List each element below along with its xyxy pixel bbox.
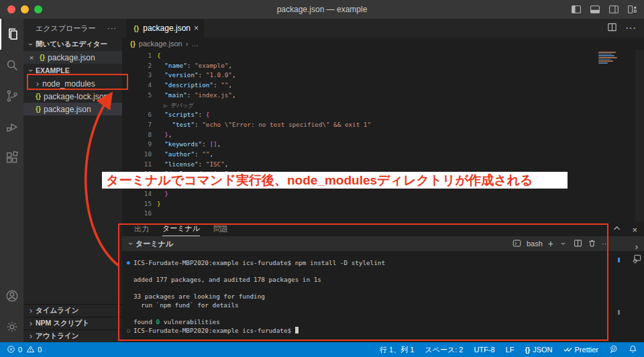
activity-bar <box>0 19 23 342</box>
code-line: "description": "", <box>157 81 371 91</box>
tree-item-package-lock.json[interactable]: {}package-lock.json <box>23 90 122 103</box>
toggle-secondary-sidebar-icon[interactable] <box>608 3 620 15</box>
line-number: 8 <box>122 130 152 140</box>
line-number: 16 <box>122 209 152 219</box>
terminal-line <box>123 268 644 276</box>
terminal-gutter <box>123 285 133 293</box>
sidebar-section-アウトライン[interactable]: ›アウトライン <box>23 329 122 342</box>
activity-source-control-icon[interactable] <box>0 81 23 111</box>
open-editors-section[interactable]: › 開いているエディター <box>23 38 122 51</box>
layout-controls <box>570 3 639 15</box>
line-number <box>122 101 152 111</box>
warning-icon <box>26 345 35 355</box>
debug-codelens[interactable]: ▷ デバッグ <box>157 101 371 111</box>
code-line: "author": "", <box>157 150 371 160</box>
tree-item-node_modules[interactable]: ›node_modules <box>23 77 122 90</box>
terminal-line: added 177 packages, and audited 178 pack… <box>123 276 644 285</box>
close-icon[interactable]: × <box>194 23 199 33</box>
problems-warnings[interactable]: 0 <box>26 345 42 355</box>
activity-settings-icon[interactable] <box>0 311 23 342</box>
code-line: } <box>157 189 371 199</box>
status-label: LF <box>506 346 515 354</box>
feedback-icon <box>609 345 618 355</box>
minimize-window-button[interactable] <box>21 5 29 13</box>
open-editor-item[interactable]: × {} package.json <box>23 51 122 64</box>
code-content: { "name": "example", "version": "1.0.0",… <box>152 50 371 221</box>
code-line: "scripts": { <box>157 110 371 120</box>
close-icon[interactable]: × <box>26 54 37 62</box>
code-line <box>157 209 371 219</box>
status-スペース: 2[interactable]: スペース: 2 <box>425 345 463 355</box>
code-line: { <box>157 51 371 61</box>
breadcrumb[interactable]: {} package.json › … <box>122 38 644 50</box>
close-panel-icon[interactable]: × <box>632 225 637 235</box>
maximize-panel-icon[interactable] <box>612 223 621 236</box>
status-行 1、列 1[interactable]: 行 1、列 1 <box>380 345 414 355</box>
close-window-button[interactable] <box>7 5 15 13</box>
kill-terminal-icon[interactable] <box>588 239 596 249</box>
activity-search-icon[interactable] <box>0 50 23 81</box>
status-JSON[interactable]: {}JSON <box>525 346 552 354</box>
line-number: 11 <box>122 160 152 170</box>
tree-item-package.json[interactable]: {}package.json <box>23 103 122 115</box>
status-feedback[interactable] <box>609 345 618 355</box>
panel-tab-問題[interactable]: 問題 <box>213 221 228 236</box>
chevron-down-icon: › <box>26 40 36 49</box>
tab-package-json[interactable]: {} package.json × <box>126 19 204 38</box>
code-editor[interactable]: 12345 678910111213141516 { "name": "exam… <box>122 50 644 221</box>
activity-run-debug-icon[interactable] <box>0 111 23 142</box>
minimap[interactable] <box>598 52 619 64</box>
status-label: 行 1、列 1 <box>380 345 414 355</box>
terminal-tabs-expand-icon[interactable]: › <box>635 242 638 252</box>
customize-layout-icon[interactable] <box>627 3 639 15</box>
terminal-line: run `npm fund` for details <box>123 301 644 310</box>
activity-explorer-icon[interactable] <box>0 19 23 50</box>
title-bar: package.json — example <box>0 0 644 19</box>
terminal-gutter <box>123 301 133 310</box>
terminal-more-icon[interactable]: ··· <box>602 240 609 248</box>
status-Prettier[interactable]: Prettier <box>564 345 598 355</box>
toggle-sidebar-icon[interactable] <box>570 3 582 15</box>
split-terminal-icon[interactable] <box>574 239 582 249</box>
panel-tab-ターミナル[interactable]: ターミナル <box>162 221 200 236</box>
line-number: 5 <box>122 91 152 101</box>
line-number: 3 <box>122 70 152 81</box>
double-check-icon <box>564 345 572 355</box>
terminal-section-header[interactable]: › ターミナル bash + › ··· <box>122 236 644 251</box>
status-LF[interactable]: LF <box>506 346 515 354</box>
terminal-gutter <box>123 318 133 327</box>
status-bell[interactable] <box>629 345 637 355</box>
terminal-profile-icon[interactable] <box>632 254 641 266</box>
problems-errors[interactable]: 0 <box>7 345 22 355</box>
sidebar-section-NPM スクリプト[interactable]: ›NPM スクリプト <box>23 317 122 329</box>
terminal-gutter <box>123 293 133 301</box>
status-UTF-8[interactable]: UTF-8 <box>474 346 494 354</box>
json-file-icon: {} <box>130 40 136 48</box>
toggle-panel-icon[interactable] <box>589 3 601 15</box>
explorer-more-icon[interactable]: ··· <box>107 24 117 32</box>
activity-account-icon[interactable] <box>0 280 23 311</box>
activity-extensions-icon[interactable] <box>0 142 23 173</box>
zoom-window-button[interactable] <box>34 5 42 13</box>
panel-tab-bar: 出力ターミナル問題 <box>122 221 644 236</box>
split-editor-icon[interactable] <box>607 22 617 35</box>
line-number: 7 <box>122 120 152 130</box>
new-terminal-icon[interactable]: + <box>548 238 553 249</box>
terminal-output[interactable]: ●ICS-Furudate-MBP2020:example ics-furuda… <box>122 251 644 335</box>
line-number: 10 <box>122 150 152 160</box>
section-label: アウトライン <box>36 332 78 341</box>
status-bar: 0 0 行 1、列 1スペース: 2UTF-8LF{}JSONPrettier <box>0 342 644 357</box>
panel-tab-出力[interactable]: 出力 <box>134 221 149 236</box>
terminal-text: added 177 packages, and audited 178 pack… <box>133 276 321 285</box>
terminal-shell-icon <box>513 239 521 249</box>
project-section[interactable]: › EXAMPLE <box>23 64 122 77</box>
more-actions-icon[interactable]: ··· <box>625 22 636 34</box>
terminal-text: ICS-Furudate-MBP2020:example ics-furudat… <box>133 327 299 336</box>
terminal-dropdown-icon[interactable]: › <box>559 239 568 248</box>
code-line: "version": "1.0.0", <box>157 70 371 81</box>
terminal-cursor <box>295 327 299 334</box>
json-file-icon: {} <box>133 25 140 32</box>
sidebar-section-タイムライン[interactable]: ›タイムライン <box>23 304 122 317</box>
editor-scrollbar[interactable] <box>635 50 644 221</box>
bell-icon <box>629 345 637 355</box>
